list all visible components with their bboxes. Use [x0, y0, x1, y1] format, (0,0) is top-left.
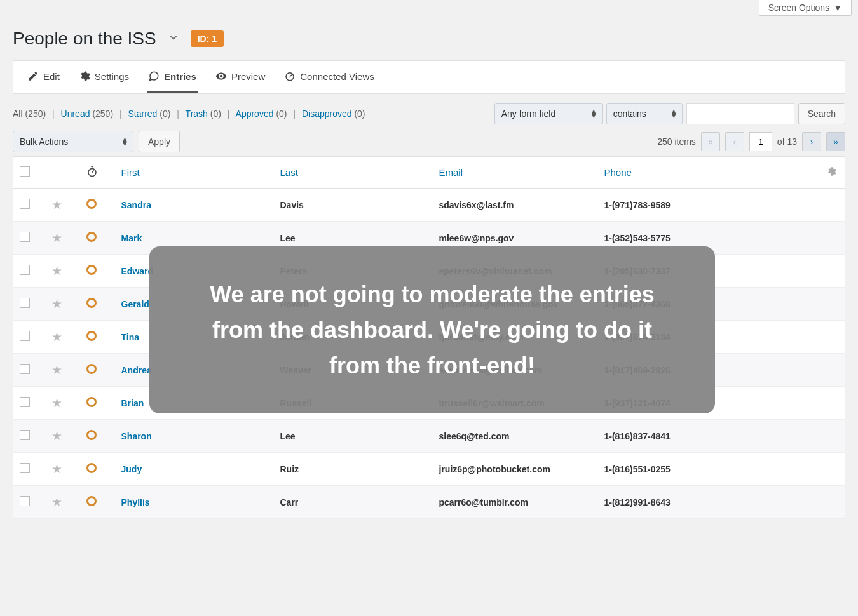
- gauge-icon: [284, 70, 296, 82]
- row-checkbox[interactable]: [20, 496, 30, 506]
- gear-icon[interactable]: [826, 168, 836, 178]
- search-field-select[interactable]: Any form field: [494, 103, 603, 124]
- bulk-actions-select[interactable]: Bulk Actions: [13, 131, 133, 152]
- row-checkbox[interactable]: [20, 430, 30, 440]
- id-badge: ID: 1: [191, 30, 224, 47]
- row-first-name[interactable]: Sharon: [121, 431, 152, 441]
- overlay-message: We are not going to moderate the entries…: [149, 246, 715, 413]
- status-circle-icon[interactable]: [86, 397, 97, 407]
- star-icon[interactable]: ★: [51, 297, 62, 311]
- chevron-down-icon[interactable]: [168, 32, 179, 46]
- row-first-name[interactable]: Edward: [121, 266, 154, 276]
- tab-edit[interactable]: Edit: [26, 61, 61, 93]
- row-phone: 1-(812)991-8643: [598, 486, 820, 519]
- row-checkbox[interactable]: [20, 331, 30, 341]
- filter-all-label[interactable]: All: [13, 109, 23, 119]
- row-email: sdavis6x@last.fm: [433, 189, 598, 222]
- row-first-name[interactable]: Gerald: [121, 299, 149, 309]
- star-icon[interactable]: ★: [51, 198, 62, 211]
- row-checkbox[interactable]: [20, 397, 30, 407]
- row-phone: 1-(816)551-0255: [598, 453, 820, 486]
- table-row: ★PhyllisCarrpcarr6o@tumblr.com1-(812)991…: [13, 486, 845, 519]
- row-checkbox[interactable]: [20, 463, 30, 473]
- row-email: pcarr6o@tumblr.com: [433, 486, 598, 519]
- row-checkbox[interactable]: [20, 232, 30, 242]
- status-circle-icon[interactable]: [86, 463, 97, 473]
- star-icon[interactable]: ★: [51, 231, 62, 244]
- row-first-name[interactable]: Sandra: [121, 200, 151, 210]
- tab-settings-label: Settings: [95, 71, 129, 82]
- column-email[interactable]: Email: [433, 157, 598, 189]
- search-input[interactable]: [686, 103, 794, 124]
- star-icon[interactable]: ★: [51, 363, 62, 377]
- star-icon[interactable]: ★: [51, 495, 62, 509]
- row-checkbox[interactable]: [20, 364, 30, 374]
- gears-icon: [79, 70, 90, 82]
- table-row: ★JudyRuizjruiz6p@photobucket.com1-(816)5…: [13, 453, 845, 486]
- row-checkbox[interactable]: [20, 265, 30, 275]
- star-icon[interactable]: ★: [51, 462, 62, 476]
- table-row: ★SandraDavissdavis6x@last.fm1-(971)783-9…: [13, 189, 845, 222]
- page-title: People on the ISS: [13, 29, 156, 49]
- page-next-button[interactable]: ›: [802, 132, 821, 151]
- row-first-name[interactable]: Judy: [121, 464, 142, 474]
- row-last-name: Carr: [274, 486, 433, 519]
- status-circle-icon[interactable]: [86, 265, 97, 275]
- status-circle-icon[interactable]: [86, 232, 97, 242]
- pagination: 250 items « ‹ of 13 › »: [657, 132, 845, 151]
- row-first-name[interactable]: Tina: [121, 332, 140, 342]
- row-last-name: Ruiz: [274, 453, 433, 486]
- row-first-name[interactable]: Phyllis: [121, 497, 150, 507]
- tab-edit-label: Edit: [43, 71, 60, 82]
- status-circle-icon[interactable]: [86, 496, 97, 506]
- filter-approved[interactable]: Approved (0): [236, 109, 287, 119]
- row-checkbox[interactable]: [20, 199, 30, 209]
- filter-starred[interactable]: Starred (0): [128, 109, 170, 119]
- select-all-checkbox[interactable]: [20, 166, 30, 177]
- status-circle-icon[interactable]: [86, 430, 97, 440]
- filter-unread[interactable]: Unread (250): [61, 109, 114, 119]
- star-icon[interactable]: ★: [51, 330, 62, 344]
- pencil-icon: [27, 70, 39, 82]
- tab-entries[interactable]: Entries: [147, 61, 198, 93]
- search-operator-select[interactable]: contains: [606, 103, 683, 124]
- row-phone: 1-(971)783-9589: [598, 189, 820, 222]
- tab-connected-label: Connected Views: [300, 71, 374, 82]
- status-circle-icon[interactable]: [86, 199, 97, 209]
- page-last-button[interactable]: »: [826, 132, 845, 151]
- row-first-name[interactable]: Brian: [121, 398, 144, 408]
- table-row: ★SharonLeeslee6q@ted.com1-(816)837-4841: [13, 420, 845, 453]
- filter-links: All (250) | Unread (250) | Starred (0) |…: [13, 109, 365, 119]
- row-first-name[interactable]: Mark: [121, 233, 142, 243]
- nav-tabs: Edit Settings Entries Preview Connected …: [13, 60, 845, 94]
- tab-preview[interactable]: Preview: [214, 61, 266, 93]
- stopwatch-icon: [86, 166, 98, 179]
- filter-disapproved[interactable]: Disapproved (0): [302, 109, 365, 119]
- status-circle-icon[interactable]: [86, 331, 97, 341]
- status-circle-icon[interactable]: [86, 364, 97, 374]
- speech-bubble-icon: [148, 70, 160, 82]
- row-first-name[interactable]: Andrea: [121, 365, 152, 375]
- apply-button[interactable]: Apply: [139, 131, 180, 152]
- status-circle-icon[interactable]: [86, 298, 97, 308]
- column-last[interactable]: Last: [274, 157, 433, 189]
- eye-icon: [215, 70, 227, 82]
- search-button[interactable]: Search: [798, 103, 845, 124]
- star-icon[interactable]: ★: [51, 264, 62, 278]
- tab-entries-label: Entries: [164, 71, 196, 82]
- page-input[interactable]: [749, 132, 772, 151]
- filter-trash[interactable]: Trash (0): [186, 109, 221, 119]
- page-prev-button[interactable]: ‹: [725, 132, 744, 151]
- star-icon[interactable]: ★: [51, 396, 62, 410]
- tab-settings[interactable]: Settings: [78, 61, 130, 93]
- items-count: 250 items: [657, 137, 696, 147]
- screen-options-toggle[interactable]: Screen Options ▼: [759, 0, 852, 16]
- tab-connected-views[interactable]: Connected Views: [283, 61, 375, 93]
- column-first[interactable]: First: [115, 157, 274, 189]
- page-first-button[interactable]: «: [701, 132, 720, 151]
- row-checkbox[interactable]: [20, 298, 30, 308]
- column-phone[interactable]: Phone: [598, 157, 820, 189]
- row-last-name: Davis: [274, 189, 433, 222]
- star-icon[interactable]: ★: [51, 429, 62, 443]
- row-email: jruiz6p@photobucket.com: [433, 453, 598, 486]
